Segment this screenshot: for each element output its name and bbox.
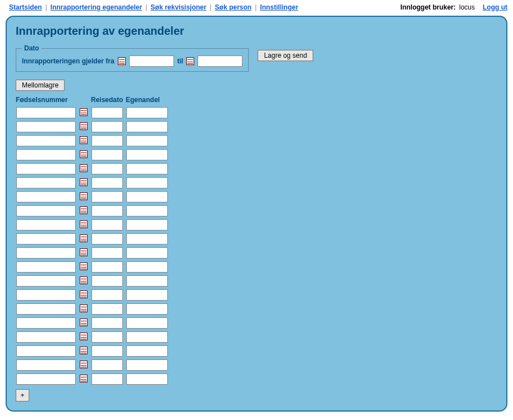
egenandel-input[interactable] xyxy=(126,331,168,343)
nav-sok-rekvisisjoner[interactable]: Søk rekvisisjoner xyxy=(150,3,206,11)
egenandel-input[interactable] xyxy=(126,219,168,230)
egenandel-input[interactable] xyxy=(126,359,168,371)
fodselsnummer-input[interactable] xyxy=(16,149,76,160)
egenandel-input[interactable] xyxy=(126,135,168,146)
fodselsnummer-input[interactable] xyxy=(16,359,76,371)
add-row-button[interactable]: + xyxy=(16,389,29,401)
reisedato-input[interactable] xyxy=(91,247,123,259)
fodselsnummer-input[interactable] xyxy=(16,373,76,385)
reisedato-input[interactable] xyxy=(91,303,123,315)
calendar-icon[interactable] xyxy=(80,248,88,256)
calendar-icon[interactable] xyxy=(118,57,126,65)
egenandel-input[interactable] xyxy=(126,205,168,216)
reisedato-input[interactable] xyxy=(91,359,123,371)
egenandel-input[interactable] xyxy=(126,261,168,273)
egenandel-input[interactable] xyxy=(126,317,168,329)
reisedato-input[interactable] xyxy=(91,149,123,160)
fodselsnummer-input[interactable] xyxy=(16,261,76,273)
fodselsnummer-input[interactable] xyxy=(16,289,76,301)
fodselsnummer-input[interactable] xyxy=(16,135,76,146)
fodselsnummer-input[interactable] xyxy=(16,317,76,329)
fodselsnummer-input[interactable] xyxy=(16,303,76,315)
fodselsnummer-input[interactable] xyxy=(16,331,76,343)
reisedato-input[interactable] xyxy=(91,121,123,132)
mellomlagre-button[interactable]: Mellomlagre xyxy=(16,80,65,91)
nav-innstillinger[interactable]: Innstillinger xyxy=(260,3,298,11)
fodselsnummer-input[interactable] xyxy=(16,233,76,244)
main-panel: Innrapportering av egenandeler Dato Innr… xyxy=(6,16,507,412)
reisedato-input[interactable] xyxy=(91,233,123,244)
logout-link[interactable]: Logg ut xyxy=(483,3,507,11)
calendar-icon[interactable] xyxy=(80,262,88,270)
table-row xyxy=(16,275,168,287)
calendar-icon[interactable] xyxy=(80,361,88,368)
egenandel-input[interactable] xyxy=(126,345,168,357)
reisedato-input[interactable] xyxy=(91,373,123,385)
fodselsnummer-input[interactable] xyxy=(16,121,76,132)
nav-startsiden[interactable]: Startsiden xyxy=(9,3,42,11)
calendar-icon[interactable] xyxy=(80,290,88,298)
egenandel-input[interactable] xyxy=(126,289,168,301)
fodselsnummer-input[interactable] xyxy=(16,205,76,216)
fodselsnummer-input[interactable] xyxy=(16,163,76,174)
reisedato-input[interactable] xyxy=(91,275,123,287)
reisedato-input[interactable] xyxy=(91,177,123,188)
calendar-icon[interactable] xyxy=(80,178,88,186)
reisedato-input[interactable] xyxy=(91,345,123,357)
reisedato-input[interactable] xyxy=(91,331,123,343)
reisedato-input[interactable] xyxy=(91,135,123,146)
egenandel-input[interactable] xyxy=(126,121,168,132)
calendar-icon[interactable] xyxy=(80,304,88,312)
egenandel-input[interactable] xyxy=(126,177,168,188)
reisedato-input[interactable] xyxy=(91,191,123,202)
egenandel-input[interactable] xyxy=(126,275,168,287)
calendar-icon[interactable] xyxy=(80,206,88,214)
fodselsnummer-input[interactable] xyxy=(16,191,76,202)
calendar-icon[interactable] xyxy=(80,150,88,158)
table-row xyxy=(16,191,168,203)
from-date-input[interactable] xyxy=(129,56,174,67)
calendar-icon[interactable] xyxy=(80,220,88,228)
reisedato-input[interactable] xyxy=(91,289,123,301)
calendar-icon[interactable] xyxy=(80,375,88,382)
reisedato-input[interactable] xyxy=(91,205,123,216)
save-send-button[interactable]: Lagre og send xyxy=(258,50,313,61)
reisedato-input[interactable] xyxy=(91,219,123,230)
calendar-icon[interactable] xyxy=(80,192,88,200)
calendar-icon[interactable] xyxy=(80,234,88,242)
fodselsnummer-input[interactable] xyxy=(16,219,76,230)
nav-innrapportering[interactable]: Innrapportering egenandeler xyxy=(51,3,142,11)
calendar-icon[interactable] xyxy=(80,122,88,130)
egenandel-input[interactable] xyxy=(126,373,168,385)
calendar-icon[interactable] xyxy=(80,347,88,354)
fodselsnummer-input[interactable] xyxy=(16,177,76,188)
egenandel-input[interactable] xyxy=(126,107,168,118)
fodselsnummer-input[interactable] xyxy=(16,345,76,357)
egenandel-input[interactable] xyxy=(126,303,168,315)
egenandel-input[interactable] xyxy=(126,149,168,160)
calendar-icon[interactable] xyxy=(80,333,88,340)
nav-sok-person[interactable]: Søk person xyxy=(215,3,251,11)
calendar-icon[interactable] xyxy=(186,57,194,65)
to-date-input[interactable] xyxy=(198,56,242,67)
egenandel-input[interactable] xyxy=(126,163,168,174)
calendar-icon[interactable] xyxy=(80,136,88,144)
reisedato-input[interactable] xyxy=(91,107,123,118)
calendar-icon[interactable] xyxy=(80,108,88,116)
egenandel-input[interactable] xyxy=(126,247,168,259)
table-row xyxy=(16,107,168,119)
egenandel-input[interactable] xyxy=(126,233,168,244)
calendar-icon[interactable] xyxy=(80,319,88,326)
col-reisedato: Reisedato xyxy=(91,96,123,105)
fodselsnummer-input[interactable] xyxy=(16,275,76,287)
table-row xyxy=(16,261,168,273)
calendar-icon[interactable] xyxy=(80,164,88,172)
calendar-icon[interactable] xyxy=(80,276,88,284)
reisedato-input[interactable] xyxy=(91,261,123,273)
table-row xyxy=(16,135,168,147)
fodselsnummer-input[interactable] xyxy=(16,107,76,118)
egenandel-input[interactable] xyxy=(126,191,168,202)
fodselsnummer-input[interactable] xyxy=(16,247,76,259)
reisedato-input[interactable] xyxy=(91,163,123,174)
reisedato-input[interactable] xyxy=(91,317,123,329)
